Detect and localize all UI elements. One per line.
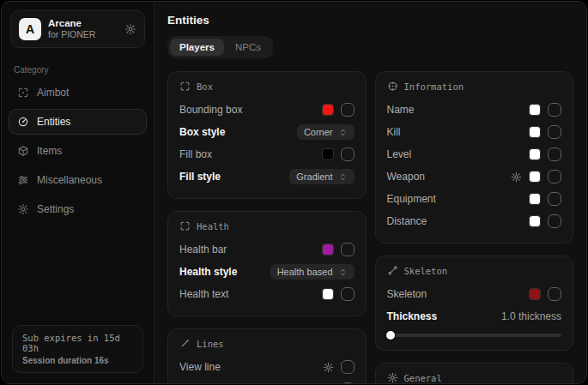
color-swatch[interactable]: [529, 193, 541, 205]
checkbox[interactable]: [548, 192, 561, 206]
color-swatch[interactable]: [529, 288, 541, 300]
setting-row-health-text: Health text: [179, 283, 355, 305]
main-content: Entities PlayersNPCs BoxBounding boxBox …: [155, 2, 586, 383]
page-title: Entities: [167, 14, 573, 27]
brand-logo: A: [19, 18, 41, 40]
line-icon: [179, 338, 191, 349]
color-swatch[interactable]: [322, 104, 334, 116]
color-swatch[interactable]: [322, 288, 334, 300]
panel-title: General: [404, 373, 442, 383]
sidebar: A Arcane for PIONER Category AimbotEntit…: [2, 2, 155, 383]
row-controls: [322, 147, 355, 161]
brand-text: Arcane for PIONER: [48, 17, 95, 41]
panel-title: Health: [197, 221, 229, 232]
setting-row-health-style: Health styleHealth based: [179, 261, 355, 283]
aimbot-icon: [17, 87, 29, 99]
row-label: Health style: [179, 266, 237, 278]
subscription-card: Sub expires in 15d 03h Session duration …: [12, 325, 143, 373]
color-swatch[interactable]: [529, 148, 541, 160]
color-swatch[interactable]: [529, 104, 541, 116]
sidebar-item-aimbot[interactable]: Aimbot: [9, 80, 147, 105]
row-label: Health text: [179, 288, 228, 300]
checkbox[interactable]: [341, 103, 355, 117]
checkbox[interactable]: [341, 147, 355, 161]
row-label: Skeleton: [387, 288, 427, 300]
color-swatch[interactable]: [529, 171, 541, 183]
dropdown-box-style[interactable]: Corner: [297, 124, 355, 140]
items-icon: [17, 145, 29, 157]
row-controls: [511, 170, 561, 183]
sidebar-item-items[interactable]: Items: [9, 138, 147, 164]
sidebar-item-settings[interactable]: Settings: [9, 196, 147, 222]
gear-icon[interactable]: [124, 23, 136, 35]
row-label: Kill: [387, 126, 401, 138]
row-controls: [529, 192, 561, 206]
panel-box: BoxBounding boxBox styleCornerFill boxFi…: [167, 71, 367, 199]
panel-title: Box: [197, 81, 213, 92]
setting-row-weapon: Weapon: [387, 165, 562, 188]
checkbox[interactable]: [548, 170, 561, 183]
row-label: Distance: [387, 215, 427, 227]
sidebar-item-miscellaneous[interactable]: Miscellaneous: [9, 167, 147, 193]
color-swatch[interactable]: [322, 244, 334, 256]
checkbox[interactable]: [341, 243, 355, 256]
slider-thickness[interactable]: [387, 334, 562, 337]
checkbox[interactable]: [548, 147, 561, 161]
checkbox[interactable]: [548, 125, 561, 139]
dropdown-fill-style[interactable]: Gradient: [289, 169, 354, 184]
row-controls: [529, 287, 561, 301]
sidebar-item-label: Settings: [37, 203, 74, 215]
frame-icon: [179, 220, 191, 232]
tab-players[interactable]: Players: [170, 39, 224, 56]
row-label: Thickness: [387, 310, 438, 322]
checkbox[interactable]: [548, 287, 561, 301]
row-controls: [529, 103, 561, 117]
checkbox[interactable]: [341, 382, 355, 383]
sidebar-item-entities[interactable]: Entities: [9, 109, 147, 135]
panel-header: Information: [387, 81, 562, 92]
panel-title: Information: [404, 81, 464, 92]
checkbox[interactable]: [341, 287, 355, 301]
row-controls: [323, 360, 355, 374]
sub-expires-text: Sub expires in 15d 03h: [22, 333, 133, 353]
checkbox[interactable]: [341, 360, 355, 374]
gear-icon[interactable]: [511, 171, 522, 183]
checkbox[interactable]: [548, 214, 561, 228]
row-label: Equipment: [387, 193, 436, 205]
dropdown-value: Health based: [277, 267, 333, 277]
row-label: Bounding box: [179, 104, 242, 116]
color-swatch[interactable]: [529, 215, 541, 227]
row-controls: [322, 103, 355, 117]
color-swatch[interactable]: [322, 148, 334, 160]
app-window: A Arcane for PIONER Category AimbotEntit…: [0, 0, 588, 385]
checkbox[interactable]: [548, 103, 561, 117]
row-controls: [529, 125, 561, 139]
tab-bar: PlayersNPCs: [167, 36, 273, 58]
setting-row-distance: Distance: [387, 210, 562, 232]
setting-row-name: Name: [387, 99, 562, 121]
row-label: View line: [179, 361, 221, 373]
setting-row-thickness: Thickness1.0 thickness: [387, 305, 562, 328]
panel-header: Lines: [179, 338, 355, 349]
panel-header: Box: [179, 81, 355, 92]
sidebar-item-label: Miscellaneous: [37, 174, 102, 186]
row-label: Fill style: [179, 171, 221, 183]
row-label: Fill box: [179, 148, 212, 160]
panel-title: Lines: [197, 339, 224, 349]
panel-information: InformationNameKillLevelWeaponEquipmentD…: [375, 71, 574, 244]
gear-icon[interactable]: [323, 362, 334, 373]
dropdown-health-style[interactable]: Health based: [270, 264, 355, 280]
dropdown-value: Gradient: [296, 171, 332, 182]
panel-health: HealthHealth barHealth styleHealth based…: [167, 211, 367, 316]
tab-npcs[interactable]: NPCs: [226, 39, 270, 56]
slider-thumb[interactable]: [386, 331, 395, 340]
miscellaneous-icon: [17, 174, 29, 186]
panel-header: Skeleton: [387, 265, 562, 276]
session-duration-text: Session duration 16s: [22, 356, 133, 365]
entities-icon: [17, 116, 29, 128]
color-swatch[interactable]: [529, 126, 541, 138]
sidebar-item-label: Entities: [37, 116, 70, 128]
brand-subtitle: for PIONER: [48, 29, 95, 40]
row-controls: [323, 382, 355, 383]
chevron-up-down-icon: [338, 172, 348, 182]
